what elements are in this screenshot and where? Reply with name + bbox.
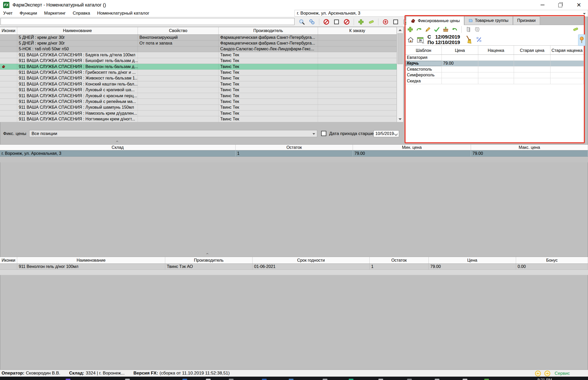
detail-column-header-6[interactable]: Бонус <box>516 257 588 263</box>
column-header-2[interactable]: Свойство <box>138 27 219 34</box>
price-column-header-4[interactable]: Старая наценка <box>550 46 584 54</box>
checkbox-icon[interactable] <box>333 19 340 25</box>
archive-box-icon[interactable] <box>443 26 449 33</box>
stock-table-row[interactable]: г. Воронеж, ул. Арсенальная, 3179.0079.0… <box>0 150 588 157</box>
minimize-button[interactable] <box>533 0 552 10</box>
table-row[interactable]: 911 ВАША СЛУЖБА СПАСЕНИЯ : Грибкосепт ге… <box>0 70 397 75</box>
price-table-row[interactable]: Керчь79.00 <box>406 61 584 67</box>
close-button[interactable]: × <box>570 0 588 10</box>
broom-icon[interactable] <box>465 35 473 44</box>
cell-property <box>138 81 219 87</box>
table-row[interactable]: 911 ВАША СЛУЖБА СПАСЕНИЯ : Бишофит гель-… <box>0 58 397 64</box>
redo-arrow-icon[interactable] <box>416 26 422 33</box>
price-table-row[interactable]: Севастополь <box>406 66 584 72</box>
cell-property <box>138 76 219 81</box>
search-input[interactable] <box>1 18 295 25</box>
block-icon[interactable] <box>344 19 350 25</box>
detail-column-header-4[interactable]: Остаток <box>370 257 429 263</box>
arrival-date-picker[interactable]: 10/5/2019 <box>373 130 399 137</box>
pin-button[interactable] <box>578 34 585 46</box>
arrival-date-checkbox[interactable] <box>321 131 326 136</box>
table-row[interactable]: 911 ВАША СЛУЖБА СПАСЕНИЯ : Луковый с кра… <box>0 93 397 99</box>
price-column-header-2[interactable]: Наценка <box>478 46 514 54</box>
checkbox-icon[interactable] <box>393 19 399 25</box>
detail-column-header-3[interactable]: Срок годности <box>253 257 370 263</box>
period-from-value[interactable]: 12/09/2019 <box>435 34 460 40</box>
stock-column-header-3[interactable]: Макс. цена <box>471 145 588 150</box>
price-table-rows: ЕвпаторияКерчь79.00СевастопольСимферопол… <box>406 55 584 84</box>
door-icon[interactable] <box>465 26 471 33</box>
arrow-left-circle-icon[interactable] <box>535 370 541 377</box>
branch-selector[interactable]: г. Воронеж, ул. Арсенальная, 3 <box>295 10 588 17</box>
price-table-row[interactable]: Евпатория <box>406 55 584 61</box>
tab-attributes[interactable]: Признаки <box>513 16 540 25</box>
column-header-0[interactable]: Иконки <box>0 27 17 34</box>
stock-column-header-2[interactable]: Мин. цена <box>353 145 471 150</box>
positions-filter-combo[interactable]: Все позиции <box>29 130 317 137</box>
tab-product-groups[interactable]: Товарные группы <box>464 16 513 25</box>
cell-property <box>138 52 219 58</box>
table-row[interactable]: 911 ВАША СЛУЖБА СПАСЕНИЯ : Намозоль крем… <box>0 111 397 116</box>
column-header-4[interactable]: К заказу <box>318 27 397 34</box>
cell-template: Севастополь <box>406 66 442 72</box>
detail-column-header-0[interactable]: Иконки <box>0 257 17 263</box>
column-header-3[interactable]: Производитель <box>219 27 318 34</box>
price-column-header-3[interactable]: Старая цена <box>514 46 550 54</box>
table-row[interactable]: 911 ВАША СЛУЖБА СПАСЕНИЯ : Луковый с кра… <box>0 87 397 93</box>
period-to-value[interactable]: 12/10/2019 <box>435 40 460 45</box>
menu-uchet[interactable]: Учет <box>3 11 13 16</box>
add-plus-icon[interactable] <box>407 26 413 33</box>
menu-nomenklaturny-katalog[interactable]: Номенклатурный каталог <box>97 11 149 16</box>
link-icon[interactable] <box>309 19 315 25</box>
add-plus-icon[interactable] <box>358 19 364 25</box>
menu-funkcii[interactable]: Функции <box>20 11 37 16</box>
detail-table-row[interactable]: 911 Венолгон гель д/ног 100млТвинс Тэк А… <box>0 264 588 270</box>
price-table-row[interactable]: Скидка <box>406 78 584 84</box>
cell-markup <box>478 66 514 72</box>
restore-button[interactable] <box>552 0 570 10</box>
price-column-header-1[interactable]: Цена <box>442 46 478 54</box>
table-row[interactable]: 911 ВАША СЛУЖБА СПАСЕНИЯ : Живокост гель… <box>0 76 397 81</box>
eraser-icon[interactable] <box>368 19 374 25</box>
table-row[interactable]: 911 ВАША СЛУЖБА СПАСЕНИЯ : Луковый шампу… <box>0 105 397 111</box>
column-header-1[interactable]: Наименование <box>17 27 138 34</box>
table-row[interactable]: 5 ДНЕЙ : крем д/ног 30гОт пота и запахаФ… <box>0 40 397 46</box>
home-icon[interactable] <box>407 36 414 43</box>
menu-spravka[interactable]: Справка <box>73 11 90 16</box>
pencil-icon[interactable] <box>425 26 431 33</box>
windows-taskbar[interactable]: 9:21 PM <box>0 377 588 380</box>
detail-column-header-1[interactable]: Наименование <box>17 257 165 263</box>
table-row[interactable]: 911 ВАША СЛУЖБА СПАСЕНИЯ : Конский кашта… <box>0 81 397 87</box>
tab-fixed-prices[interactable]: Фиксированные цены <box>406 16 464 25</box>
add-circle-icon[interactable] <box>382 19 389 25</box>
table-row[interactable]: 911 ВАША СЛУЖБА СПАСЕНИЯ : Ногтимицин кр… <box>0 116 397 122</box>
cell-manufacturer: Твинс Тек <box>219 116 318 122</box>
catalog-scrollbar[interactable] <box>397 27 403 122</box>
price-table-row[interactable]: Симферополь <box>406 72 584 78</box>
search-icon[interactable] <box>299 19 305 25</box>
eraser-icon[interactable] <box>572 26 579 32</box>
table-row[interactable]: 5-НОК : таб п/об 50мг n50Сандоз-Салютас-… <box>0 46 397 52</box>
crumpled-paper-icon[interactable] <box>474 26 480 33</box>
menu-marketing[interactable]: Маркетинг <box>44 11 66 16</box>
arrow-right-circle-icon[interactable] <box>544 370 550 377</box>
percent-icon[interactable] <box>476 37 482 42</box>
check-icon[interactable] <box>434 26 440 33</box>
table-row[interactable]: 911 ВАША СЛУЖБА СПАСЕНИЯ : Бадяга гель д… <box>0 52 397 58</box>
chevron-down-icon <box>313 133 315 135</box>
status-bar: Оператор: Сковородин В.В. Склад: 3324 | … <box>0 370 588 377</box>
detail-column-header-5[interactable]: Цена <box>429 257 516 263</box>
detail-column-header-2[interactable]: Производитель <box>165 257 253 263</box>
scroll-thumb[interactable] <box>397 33 403 64</box>
table-row[interactable]: 911 ВАША СЛУЖБА СПАСЕНИЯ : Луковый с реп… <box>0 99 397 105</box>
scroll-down-icon[interactable] <box>397 116 403 122</box>
scroll-up-icon[interactable] <box>397 27 403 33</box>
cell-order <box>318 35 397 40</box>
table-row[interactable]: 911 ВАША СЛУЖБА СПАСЕНИЯ : Венолгон гель… <box>0 64 397 70</box>
undo-arrow-icon[interactable] <box>451 26 458 33</box>
price-column-header-0[interactable]: Шаблон <box>406 46 442 54</box>
table-row[interactable]: 5 ДНЕЙ : крем д/ног 30гВенотонизирующийФ… <box>0 35 397 40</box>
block-icon[interactable] <box>323 19 329 25</box>
stock-column-header-0[interactable]: Склад <box>0 145 236 150</box>
stock-column-header-1[interactable]: Остаток <box>236 145 353 150</box>
